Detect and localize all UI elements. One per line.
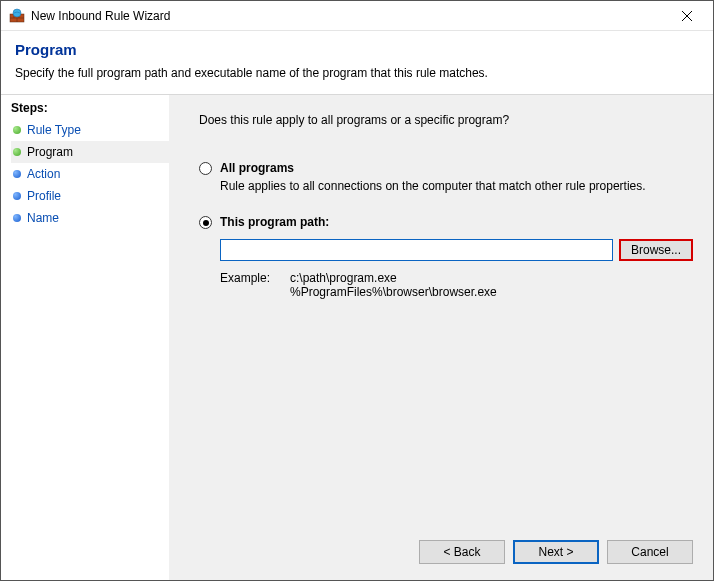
browse-button[interactable]: Browse... <box>619 239 693 261</box>
step-label: Name <box>27 211 59 225</box>
back-button[interactable]: < Back <box>419 540 505 564</box>
step-label: Rule Type <box>27 123 81 137</box>
wizard-body: Steps: Rule Type Program Action Profile … <box>1 95 713 580</box>
close-icon <box>682 11 692 21</box>
program-path-row: Browse... <box>220 239 693 261</box>
step-bullet-icon <box>13 126 21 134</box>
page-subtitle: Specify the full program path and execut… <box>15 66 699 80</box>
wizard-header: Program Specify the full program path an… <box>1 31 713 95</box>
step-label: Program <box>27 145 73 159</box>
option-this-program: This program path: <box>199 215 693 229</box>
option-all-programs: All programs <box>199 161 693 175</box>
main-panel: Does this rule apply to all programs or … <box>169 95 713 580</box>
next-button[interactable]: Next > <box>513 540 599 564</box>
wizard-footer: < Back Next > Cancel <box>419 540 693 564</box>
radio-all-programs[interactable] <box>199 162 212 175</box>
example-row: Example: c:\path\program.exe %ProgramFil… <box>220 271 693 299</box>
step-profile[interactable]: Profile <box>11 185 169 207</box>
step-bullet-icon <box>13 148 21 156</box>
close-button[interactable] <box>664 1 709 30</box>
example-label: Example: <box>220 271 290 299</box>
steps-sidebar: Steps: Rule Type Program Action Profile … <box>1 95 169 580</box>
program-path-input[interactable] <box>220 239 613 261</box>
option-all-desc: Rule applies to all connections on the c… <box>220 179 693 193</box>
step-name[interactable]: Name <box>11 207 169 229</box>
window-title: New Inbound Rule Wizard <box>31 9 664 23</box>
step-program[interactable]: Program <box>11 141 169 163</box>
steps-title: Steps: <box>11 101 169 115</box>
question-text: Does this rule apply to all programs or … <box>199 113 693 127</box>
example-paths: c:\path\program.exe %ProgramFiles%\brows… <box>290 271 497 299</box>
radio-this-program[interactable] <box>199 216 212 229</box>
option-all-label: All programs <box>220 161 294 175</box>
step-rule-type[interactable]: Rule Type <box>11 119 169 141</box>
wizard-window: New Inbound Rule Wizard Program Specify … <box>0 0 714 581</box>
page-title: Program <box>15 41 699 58</box>
titlebar: New Inbound Rule Wizard <box>1 1 713 31</box>
step-action[interactable]: Action <box>11 163 169 185</box>
cancel-button[interactable]: Cancel <box>607 540 693 564</box>
step-label: Action <box>27 167 60 181</box>
step-bullet-icon <box>13 214 21 222</box>
firewall-icon <box>9 8 25 24</box>
option-path-label: This program path: <box>220 215 329 229</box>
step-bullet-icon <box>13 192 21 200</box>
step-bullet-icon <box>13 170 21 178</box>
step-label: Profile <box>27 189 61 203</box>
